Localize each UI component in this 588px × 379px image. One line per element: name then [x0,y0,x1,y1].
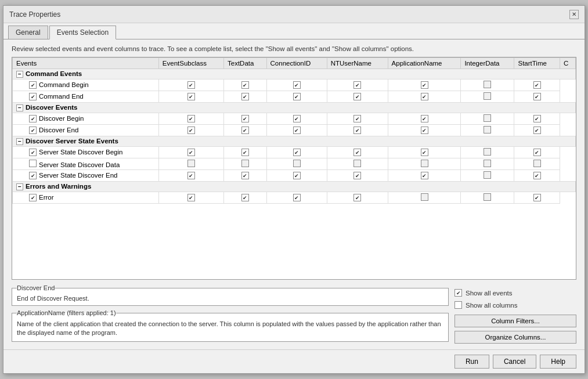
col-checkbox[interactable] [187,172,195,179]
col-checkbox[interactable] [293,194,301,201]
col-checkbox[interactable] [533,115,541,122]
cell [224,113,267,125]
table-row: Discover Begin [13,113,576,125]
col-checkbox[interactable] [241,194,249,201]
show-all-events-label: Show all events [466,290,513,297]
cell [461,192,514,204]
row-checkbox[interactable] [29,127,37,134]
col-checkbox[interactable] [187,93,195,100]
col-checkbox[interactable] [533,93,541,100]
col-checkbox[interactable] [484,171,491,179]
col-checkbox[interactable] [533,194,541,201]
col-checkbox[interactable] [293,160,301,167]
col-checkbox[interactable] [421,193,428,201]
col-checkbox[interactable] [293,93,301,100]
col-checkbox[interactable] [484,114,491,122]
col-checkbox[interactable] [187,149,195,156]
collapse-btn[interactable]: − [16,71,23,78]
col-checkbox[interactable] [353,160,361,167]
col-checkbox[interactable] [421,115,428,122]
col-checkbox[interactable] [353,93,361,100]
col-checkbox[interactable] [241,93,249,100]
col-checkbox[interactable] [241,127,249,134]
col-checkbox[interactable] [484,148,491,156]
col-ntusername: NTUserName [327,58,388,69]
show-all-events-row: Show all events [454,289,576,297]
col-checkbox[interactable] [421,172,428,179]
col-checkbox[interactable] [187,81,195,89]
row-checkbox[interactable] [29,149,37,156]
col-checkbox[interactable] [353,127,361,134]
cell [266,192,327,204]
events-table-container[interactable]: Events EventSubclass TextData Connection… [12,57,576,280]
collapse-btn[interactable]: − [16,104,23,111]
col-checkbox[interactable] [293,172,301,179]
run-button[interactable]: Run [454,355,489,369]
cell [158,192,223,204]
cell [224,170,267,182]
cancel-button[interactable]: Cancel [493,355,536,369]
col-checkbox[interactable] [421,149,428,156]
col-checkbox[interactable] [533,127,541,134]
col-checkbox[interactable] [533,172,541,179]
cell [266,158,327,170]
organize-columns-button[interactable]: Organize Columns... [454,331,576,344]
cell [327,170,388,182]
content-area: Review selected events and event columns… [3,39,585,349]
col-checkbox[interactable] [293,149,301,156]
col-checkbox[interactable] [421,93,428,100]
row-checkbox[interactable] [29,115,37,122]
col-checkbox[interactable] [421,160,428,167]
close-button[interactable]: ✕ [569,10,579,19]
tab-general[interactable]: General [8,26,48,39]
row-checkbox[interactable] [29,172,37,179]
col-checkbox[interactable] [241,115,249,122]
col-checkbox[interactable] [293,81,301,89]
col-checkbox[interactable] [241,81,249,89]
cell [388,158,461,170]
row-checkbox[interactable] [29,93,37,100]
col-checkbox[interactable] [353,149,361,156]
col-checkbox[interactable] [353,81,361,89]
cell [327,80,388,91]
row-checkbox[interactable] [29,160,37,167]
col-checkbox[interactable] [241,172,249,179]
col-checkbox[interactable] [293,115,301,122]
show-all-events-checkbox[interactable] [454,289,462,297]
window-title: Trace Properties [9,10,60,19]
col-checkbox[interactable] [293,127,301,134]
cell [327,91,388,103]
column-filters-button[interactable]: Column Filters... [454,315,576,327]
col-checkbox[interactable] [484,160,491,167]
col-checkbox[interactable] [421,127,428,134]
tab-events-selection[interactable]: Events Selection [49,26,116,39]
col-checkbox[interactable] [241,149,249,156]
cell [224,125,267,136]
col-checkbox[interactable] [241,160,249,167]
col-checkbox[interactable] [187,115,195,122]
show-all-columns-checkbox[interactable] [454,301,462,309]
collapse-btn[interactable]: − [16,138,23,145]
table-group-row: −Command Events [13,69,576,80]
col-checkbox[interactable] [187,194,195,201]
col-checkbox[interactable] [421,81,428,89]
col-checkbox[interactable] [484,81,491,88]
col-checkbox[interactable] [187,127,195,134]
col-checkbox[interactable] [484,92,491,100]
col-checkbox[interactable] [533,160,541,167]
table-group-row: −Discover Server State Events [13,136,576,147]
col-checkbox[interactable] [533,81,541,89]
col-checkbox[interactable] [484,126,491,133]
row-checkbox[interactable] [29,194,37,201]
collapse-btn[interactable]: − [16,183,23,190]
cell [388,91,461,103]
col-checkbox[interactable] [187,160,195,167]
col-checkbox[interactable] [484,193,491,201]
col-checkbox[interactable] [533,149,541,156]
col-checkbox[interactable] [353,172,361,179]
col-checkbox[interactable] [353,115,361,122]
col-starttime: StartTime [514,58,560,69]
help-button[interactable]: Help [540,355,576,369]
col-checkbox[interactable] [353,194,361,201]
row-checkbox[interactable] [29,81,37,89]
